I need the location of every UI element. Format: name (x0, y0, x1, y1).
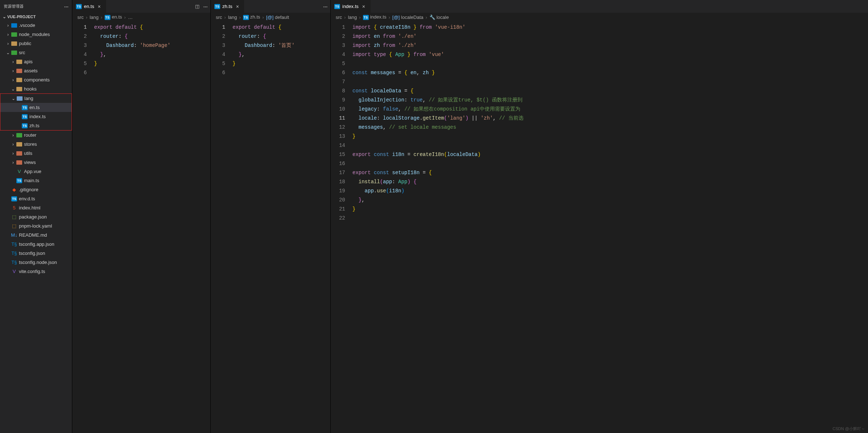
line-gutter: 123456 (211, 21, 233, 433)
file-README.md[interactable]: M↓README.md (0, 230, 72, 240)
breadcrumb-item[interactable]: src (336, 15, 342, 20)
project-root[interactable]: ⌄ VUE-PROJECT (0, 13, 72, 21)
token: '首页' (278, 43, 295, 48)
token: false (383, 106, 398, 112)
line-number: 4 (331, 50, 345, 59)
folder-views[interactable]: ›views (0, 158, 72, 167)
token: app (365, 188, 374, 194)
breadcrumb-item[interactable]: 🔧 locale (429, 15, 449, 20)
folder-stores[interactable]: ›stores (0, 140, 72, 149)
folder-node_modules[interactable]: ›node_modules (0, 30, 72, 39)
breadcrumb-item[interactable]: lang (228, 15, 237, 20)
tab-en.ts[interactable]: TSen.ts× (72, 0, 106, 13)
file-en.ts[interactable]: TSen.ts (0, 103, 72, 112)
token: const (374, 170, 389, 176)
tree-label: node_modules (19, 32, 50, 37)
symbol-icon: [@] (392, 15, 401, 20)
file-index.html[interactable]: 5index.html (0, 203, 72, 212)
tree-label: vite.config.ts (19, 269, 45, 274)
token: i18n (389, 188, 401, 194)
breadcrumb-item[interactable]: src (77, 15, 84, 20)
property-icon: 🔧 (429, 15, 437, 20)
breadcrumbs[interactable]: src›lang›TSzh.ts›[@] default (211, 13, 330, 21)
line-number: 9 (331, 96, 345, 105)
code-content[interactable]: export default { router: { Dashboard: 'h… (94, 21, 205, 433)
file-tsconfig.node.json[interactable]: T§tsconfig.node.json (0, 258, 72, 267)
line-number: 8 (331, 87, 345, 96)
tree-label: router (24, 132, 36, 138)
folder-hooks[interactable]: ⌄hooks (0, 84, 72, 93)
file-env.d.ts[interactable]: TSenv.d.ts (0, 194, 72, 203)
folder-public[interactable]: ›public (0, 39, 72, 48)
app-root: 资源管理器 ··· ⌄ VUE-PROJECT ›.vscode›node_mo… (0, 0, 868, 433)
token: createI18n (380, 24, 411, 30)
breadcrumb-item[interactable]: … (128, 15, 133, 20)
tree-label: utils (24, 151, 32, 156)
token: default (116, 24, 137, 30)
tab-zh.ts[interactable]: TSzh.ts× (211, 0, 244, 13)
line-number: 20 (331, 196, 345, 205)
file-vite.config.ts[interactable]: Vvite.config.ts (0, 267, 72, 276)
token: localeData (447, 152, 478, 157)
tab-index.ts[interactable]: TSindex.ts× (331, 0, 371, 13)
sidebar-title: 资源管理器 (4, 4, 24, 9)
line-number: 1 (331, 23, 345, 32)
ts-icon: TS (363, 15, 369, 20)
file-tsconfig.app.json[interactable]: T§tsconfig.app.json (0, 240, 72, 249)
file-main.ts[interactable]: TSmain.ts (0, 176, 72, 185)
breadcrumbs[interactable]: src›lang›TSindex.ts›[@] localeData›🔧 loc… (331, 13, 868, 21)
minimap[interactable] (205, 21, 210, 433)
close-icon[interactable]: × (96, 4, 102, 9)
folder-router[interactable]: ›router (0, 131, 72, 140)
folder-components[interactable]: ›components (0, 75, 72, 84)
minimap[interactable] (325, 21, 330, 433)
folder-src[interactable]: ⌄src (0, 48, 72, 57)
close-icon[interactable]: × (361, 4, 367, 9)
chevron-right-icon: › (10, 151, 16, 156)
file-pnpm-lock.yaml[interactable]: ⬚pnpm-lock.yaml (0, 221, 72, 230)
close-icon[interactable]: × (234, 4, 240, 9)
folder-lang[interactable]: ⌄lang (0, 94, 72, 103)
editor-area[interactable]: 123456export default { router: { Dashboa… (72, 21, 210, 433)
token: router (100, 33, 118, 39)
tree-label: README.md (19, 232, 47, 238)
token: ) (401, 188, 404, 194)
token (401, 106, 404, 112)
line-number: 2 (331, 32, 345, 41)
chevron-right-icon: › (124, 15, 126, 20)
breadcrumb-item[interactable]: lang (90, 15, 99, 20)
file-.gitignore[interactable]: ◆.gitignore (0, 185, 72, 194)
folder-assets[interactable]: ›assets (0, 66, 72, 75)
breadcrumbs[interactable]: src›lang›TSen.ts›… (72, 13, 210, 21)
file-tsconfig.json[interactable]: T§tsconfig.json (0, 249, 72, 258)
file-zh.ts[interactable]: TSzh.ts (0, 121, 72, 130)
code-content[interactable]: export default { router: { Dashboard: '首… (233, 21, 325, 433)
sidebar-more-icon[interactable]: ··· (64, 3, 68, 10)
file-index.ts[interactable]: TSindex.ts (0, 112, 72, 121)
folder-.vscode[interactable]: ›.vscode (0, 21, 72, 30)
editor-area[interactable]: 123456export default { router: { Dashboa… (211, 21, 330, 433)
folder-apis[interactable]: ›apis (0, 57, 72, 66)
breadcrumb-item[interactable]: lang (348, 15, 357, 20)
folder-icon (16, 60, 23, 64)
file-package.json[interactable]: ⬚package.json (0, 212, 72, 221)
file-App.vue[interactable]: VApp.vue (0, 167, 72, 176)
breadcrumb-item[interactable]: [@] default (266, 15, 289, 20)
breadcrumb-item[interactable]: [@] localeData (392, 15, 423, 20)
chevron-down-icon: ⌄ (11, 96, 16, 101)
token: { (374, 24, 377, 30)
line-number: 13 (331, 132, 345, 141)
editor-area[interactable]: 12345678910111213141516171819202122impor… (331, 21, 868, 433)
breadcrumb-item[interactable]: TSzh.ts (243, 14, 260, 20)
minimap[interactable] (863, 21, 868, 433)
breadcrumb-item[interactable]: TSen.ts (105, 14, 122, 20)
more-icon[interactable]: ··· (203, 3, 207, 10)
more-icon[interactable]: ··· (323, 3, 327, 10)
breadcrumb-item[interactable]: TSindex.ts (363, 14, 387, 20)
split-editor-icon[interactable]: ◫ (195, 4, 199, 9)
code-content[interactable]: import { createI18n } from 'vue-i18n'imp… (352, 21, 863, 433)
token: './en' (398, 33, 416, 39)
folder-utils[interactable]: ›utils (0, 149, 72, 158)
breadcrumb-item[interactable]: src (216, 15, 222, 20)
token: 'zh' (481, 115, 493, 121)
